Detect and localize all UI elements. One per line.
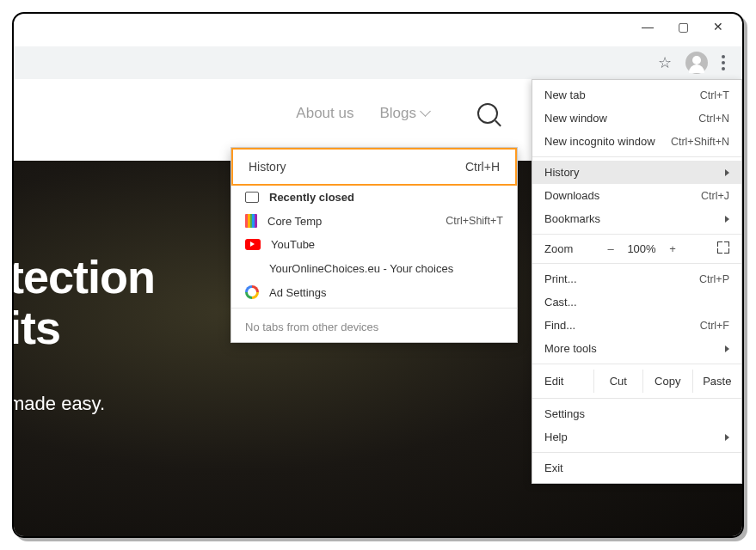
youtube-icon — [245, 239, 261, 250]
chrome-menu-button[interactable] — [716, 55, 730, 70]
edit-cut-button[interactable]: Cut — [593, 370, 643, 393]
menu-history[interactable]: History — [532, 161, 741, 184]
submenu-arrow-icon — [725, 434, 729, 441]
item-label: YourOnlineChoices.eu - Your choices — [269, 262, 503, 275]
menu-separator — [231, 308, 517, 309]
edit-paste-button[interactable]: Paste — [692, 370, 742, 393]
menu-separator — [532, 156, 741, 157]
fullscreen-icon — [717, 241, 729, 254]
recently-closed-item[interactable]: Core Temp Ctrl+Shift+T — [231, 209, 517, 233]
recently-closed-item[interactable]: Ad Settings — [231, 280, 517, 304]
item-label: Ad Settings — [269, 286, 503, 299]
menu-edit-row: Edit Cut Copy Paste — [532, 368, 741, 394]
maximize-button[interactable]: ▢ — [678, 20, 689, 34]
menu-help[interactable]: Help — [532, 425, 741, 449]
profile-avatar-icon[interactable] — [685, 52, 708, 74]
submenu-arrow-icon — [725, 169, 729, 176]
menu-exit[interactable]: Exit — [532, 456, 741, 480]
blank-icon — [245, 261, 259, 275]
menu-bookmarks[interactable]: Bookmarks — [532, 207, 741, 230]
coretemp-icon — [245, 214, 257, 228]
tab-icon — [245, 192, 259, 203]
menu-zoom-row: Zoom – 100% + — [532, 238, 741, 260]
menu-new-incognito[interactable]: New incognito windowCtrl+Shift+N — [532, 130, 741, 153]
zoom-in-button[interactable]: + — [661, 242, 684, 255]
bookmark-star-icon[interactable]: ☆ — [653, 51, 677, 75]
item-label: YouTube — [271, 238, 503, 251]
chrome-main-menu: New tabCtrl+T New windowCtrl+N New incog… — [532, 79, 742, 484]
zoom-out-button[interactable]: – — [599, 242, 622, 255]
history-open-full[interactable]: History Ctrl+H — [231, 148, 517, 186]
recently-closed-item[interactable]: YourOnlineChoices.eu - Your choices — [231, 256, 517, 280]
menu-find[interactable]: Find...Ctrl+F — [532, 314, 741, 337]
fullscreen-button[interactable] — [717, 241, 729, 256]
history-shortcut: Ctrl+H — [465, 160, 500, 174]
close-button[interactable]: ✕ — [713, 20, 723, 34]
no-other-devices-text: No tabs from other devices — [231, 312, 517, 342]
chevron-down-icon — [420, 106, 431, 117]
recently-closed-item[interactable]: YouTube — [231, 233, 517, 256]
zoom-label: Zoom — [544, 242, 599, 255]
menu-separator — [532, 452, 741, 453]
history-submenu: History Ctrl+H Recently closed Core Temp… — [230, 147, 518, 343]
menu-downloads[interactable]: DownloadsCtrl+J — [532, 184, 741, 207]
google-g-icon — [245, 285, 259, 299]
menu-settings[interactable]: Settings — [532, 402, 741, 425]
submenu-arrow-icon — [725, 216, 729, 223]
menu-separator — [532, 364, 741, 364]
zoom-value: 100% — [622, 242, 661, 255]
minimize-button[interactable]: — — [642, 20, 654, 34]
nav-about-us[interactable]: About us — [296, 105, 353, 122]
edit-copy-button[interactable]: Copy — [642, 370, 692, 393]
menu-more-tools[interactable]: More tools — [532, 337, 741, 360]
hero-title: tectionits — [14, 252, 155, 354]
menu-separator — [532, 398, 741, 399]
recently-closed-header: Recently closed — [231, 186, 517, 209]
nav-blogs[interactable]: Blogs — [379, 105, 429, 122]
item-label: Core Temp — [267, 215, 435, 228]
menu-separator — [532, 234, 741, 235]
edit-label: Edit — [532, 370, 593, 393]
menu-separator — [532, 263, 741, 264]
menu-new-window[interactable]: New windowCtrl+N — [532, 107, 741, 130]
search-icon[interactable] — [477, 103, 498, 124]
submenu-arrow-icon — [725, 345, 729, 352]
address-bar: ☆ — [14, 46, 742, 80]
menu-print[interactable]: Print...Ctrl+P — [532, 267, 741, 290]
menu-cast[interactable]: Cast... — [532, 290, 741, 314]
item-shortcut: Ctrl+Shift+T — [446, 215, 503, 227]
window-controls: — ▢ ✕ — [642, 14, 742, 40]
hero-tagline: made easy. — [14, 393, 105, 415]
history-label: History — [249, 160, 286, 174]
menu-new-tab[interactable]: New tabCtrl+T — [532, 83, 741, 107]
